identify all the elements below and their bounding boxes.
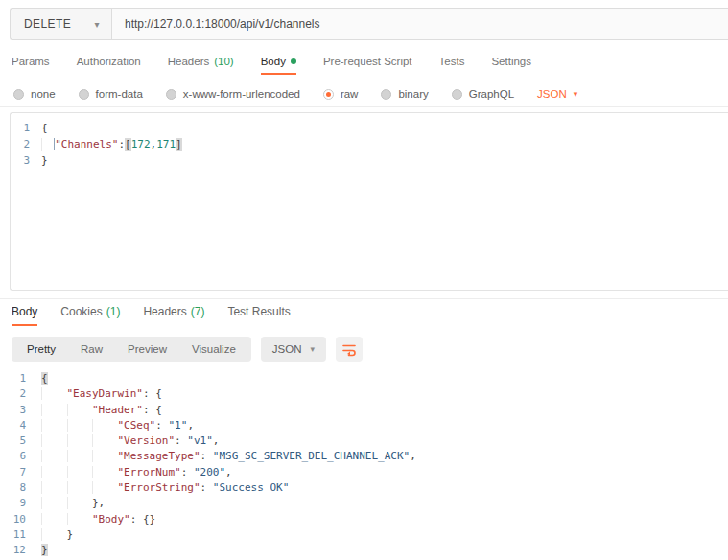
code-line: 3} <box>11 152 728 169</box>
view-tab-pretty[interactable]: Pretty <box>14 339 68 359</box>
code-line: 9 }, <box>2 496 728 511</box>
code-token: : <box>181 466 194 478</box>
code-content: { <box>35 371 48 386</box>
body-type-x-www-form-urlencoded[interactable]: x-www-form-urlencoded <box>166 88 300 100</box>
radio-label: GraphQL <box>469 88 514 100</box>
code-token <box>41 481 67 494</box>
code-token: "MessageType" <box>118 450 200 462</box>
code-token: ] <box>176 138 182 151</box>
code-token: , <box>187 419 194 432</box>
view-tab-visualize[interactable]: Visualize <box>179 339 248 359</box>
code-line: 8 "ErrorString": "Success OK" <box>2 480 728 496</box>
code-content: "Header": { <box>35 403 162 418</box>
tab-label: Body <box>261 56 286 67</box>
response-language-dropdown[interactable]: JSON ▾ <box>261 337 326 362</box>
code-content: "Channels":[172,171] <box>41 136 182 152</box>
url-text: http://127.0.0.1:18000/api/v1/channels <box>125 17 320 31</box>
code-content: } <box>35 527 73 543</box>
radio-icon <box>323 89 334 100</box>
code-token <box>41 466 67 478</box>
request-tab-settings[interactable]: Settings <box>491 52 531 75</box>
body-type-none[interactable]: none <box>13 88 56 100</box>
code-token: }, <box>92 497 105 509</box>
code-line: 3 "Header": { <box>2 403 728 418</box>
response-tab-test-results[interactable]: Test Results <box>227 305 290 326</box>
request-body-editor[interactable]: 1{2 "Channels":[172,171]3} <box>10 112 728 291</box>
code-token: { <box>41 122 48 134</box>
tab-label: Params <box>12 56 50 67</box>
code-token: : <box>175 434 187 447</box>
chevron-down-icon: ▾ <box>95 19 100 30</box>
code-token <box>67 434 93 447</box>
request-tab-body[interactable]: Body <box>261 52 296 75</box>
code-content: "CSeq": "1", <box>35 418 194 433</box>
request-tab-tests[interactable]: Tests <box>439 52 465 75</box>
request-url-bar: DELETE ▾ http://127.0.0.1:18000/api/v1/c… <box>10 8 728 40</box>
request-tab-params[interactable]: Params <box>12 52 50 75</box>
code-token <box>92 434 118 447</box>
code-token <box>41 419 67 432</box>
wrap-text-icon <box>341 341 357 357</box>
body-type-form-data[interactable]: form-data <box>79 88 143 100</box>
line-number: 1 <box>2 371 35 386</box>
code-line: 1{ <box>2 371 728 386</box>
code-line: 6 "MessageType": "MSG_SC_SERVER_DEL_CHAN… <box>2 449 728 464</box>
tab-label: Headers <box>143 305 186 318</box>
code-token: "1" <box>169 419 188 432</box>
body-type-graphql[interactable]: GraphQL <box>452 88 514 100</box>
response-tab-headers[interactable]: Headers(7) <box>143 305 204 326</box>
tab-count: (7) <box>191 305 205 318</box>
radio-label: form-data <box>96 88 143 100</box>
response-tabs: BodyCookies(1)Headers(7)Test Results <box>12 305 291 326</box>
tab-label: Authorization <box>77 56 141 67</box>
code-line: 1{ <box>11 120 728 136</box>
code-token <box>67 481 93 494</box>
tab-count: (1) <box>106 305 121 318</box>
code-token <box>41 138 54 151</box>
code-token <box>67 513 93 525</box>
line-number: 9 <box>2 496 35 511</box>
body-type-raw[interactable]: raw <box>323 88 359 100</box>
code-token: } <box>67 528 74 541</box>
view-tab-preview[interactable]: Preview <box>115 339 179 359</box>
code-content: "Version": "v1", <box>35 433 219 449</box>
code-token: "MSG_SC_SERVER_DEL_CHANNEL_ACK" <box>213 450 410 462</box>
radio-icon <box>381 89 391 100</box>
wrap-text-button[interactable] <box>336 337 363 362</box>
code-token: "Body" <box>92 513 130 525</box>
body-language-dropdown[interactable]: JSON ▾ <box>537 88 577 100</box>
code-content: "MessageType": "MSG_SC_SERVER_DEL_CHANNE… <box>35 449 416 464</box>
code-token: "Header" <box>92 404 143 416</box>
request-tab-authorization[interactable]: Authorization <box>77 52 141 75</box>
url-input[interactable]: http://127.0.0.1:18000/api/v1/channels <box>112 9 728 39</box>
request-tab-pre-request-script[interactable]: Pre-request Script <box>323 52 412 75</box>
view-tab-raw[interactable]: Raw <box>68 339 115 359</box>
code-token: : { <box>143 404 162 416</box>
code-token: "ErrorNum" <box>118 466 181 478</box>
tab-label: Cookies <box>60 305 102 318</box>
body-type-binary[interactable]: binary <box>381 88 428 100</box>
tab-label: Headers <box>168 56 209 67</box>
tab-label: Pre-request Script <box>323 56 412 67</box>
code-token: "Channels" <box>55 138 118 151</box>
code-token <box>92 481 118 494</box>
code-token: "Success OK" <box>213 481 289 494</box>
line-number: 2 <box>2 386 35 402</box>
code-token: , <box>213 434 220 447</box>
code-token <box>92 419 118 432</box>
code-token <box>92 466 118 478</box>
code-token: : <box>155 419 168 432</box>
code-token: "200" <box>194 466 225 478</box>
radio-icon <box>79 89 89 100</box>
line-number: 7 <box>2 465 35 480</box>
response-tab-cookies[interactable]: Cookies(1) <box>60 305 120 326</box>
code-token: "EasyDarwin" <box>67 387 143 400</box>
code-content: "ErrorNum": "200", <box>35 465 232 480</box>
response-body-viewer[interactable]: 1{2 "EasyDarwin": {3 "Header": {4 "CSeq"… <box>2 371 728 560</box>
code-token <box>41 434 67 447</box>
method-label: DELETE <box>24 17 71 31</box>
method-dropdown[interactable]: DELETE ▾ <box>11 9 112 39</box>
response-tab-body[interactable]: Body <box>12 305 37 326</box>
request-tab-headers[interactable]: Headers(10) <box>168 52 234 75</box>
code-content: } <box>41 152 48 169</box>
